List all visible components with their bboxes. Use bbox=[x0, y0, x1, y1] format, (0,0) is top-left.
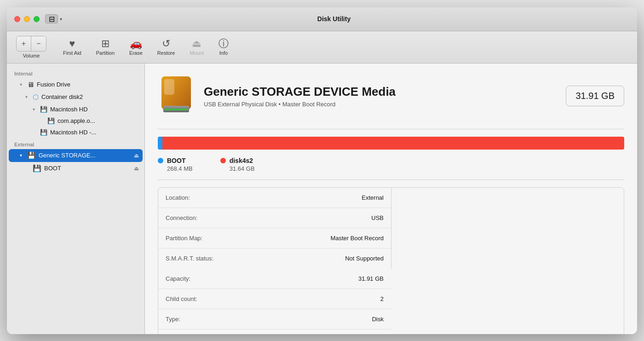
device-header: Generic STORAGE DEVICE Media USB Externa… bbox=[158, 75, 624, 118]
device-info: Generic STORAGE DEVICE Media USB Externa… bbox=[204, 85, 557, 108]
add-volume-button[interactable]: + bbox=[17, 36, 31, 51]
connection-value: USB bbox=[371, 214, 384, 221]
svg-rect-2 bbox=[164, 79, 174, 95]
partition-bar bbox=[158, 137, 624, 150]
sidebar-item-label: Fusion Drive bbox=[37, 81, 70, 88]
info-table: Location: External Connection: USB Parti… bbox=[158, 187, 624, 334]
disk-icon: 💾 bbox=[40, 129, 47, 136]
disk-icon: 💾 bbox=[33, 164, 41, 173]
detail-panel: Generic STORAGE DEVICE Media USB Externa… bbox=[145, 64, 637, 334]
disk4s2-size: 31.64 GB bbox=[230, 165, 255, 172]
connection-label: Connection: bbox=[166, 214, 371, 221]
disk4s2-dot bbox=[220, 158, 226, 163]
sidebar-item-label: com.apple.o... bbox=[58, 117, 95, 124]
disk-icon: 💾 bbox=[40, 106, 47, 113]
sidebar-item-com-apple[interactable]: ▾ 💾 com.apple.o... bbox=[9, 115, 143, 127]
sidebar-item-macintosh-hd[interactable]: ▾ 💾 Macintosh HD bbox=[9, 104, 143, 115]
type-label: Type: bbox=[166, 316, 372, 323]
erase-label: Erase bbox=[129, 50, 143, 56]
partition-button[interactable]: ⊞ Partition bbox=[92, 37, 118, 58]
info-row-capacity: Capacity: 31.91 GB bbox=[158, 269, 391, 289]
location-label: Location: bbox=[166, 194, 362, 201]
sidebar-item-generic-storage[interactable]: ▾ 💾 Generic STORAGE... ⏏ bbox=[9, 149, 143, 162]
close-button[interactable] bbox=[14, 16, 20, 22]
erase-button[interactable]: 🚗 Erase bbox=[126, 37, 146, 58]
container-icon: ⬡ bbox=[33, 93, 39, 101]
smart-value: Not Supported bbox=[345, 255, 384, 262]
device-size-badge: 31.91 GB bbox=[566, 86, 624, 106]
remove-volume-button[interactable]: − bbox=[31, 36, 46, 51]
external-section-label: External bbox=[7, 138, 144, 149]
first-aid-label: First Aid bbox=[63, 50, 81, 56]
info-col-left: Location: External Connection: USB Parti… bbox=[158, 188, 391, 269]
boot-name: BOOT bbox=[167, 157, 185, 164]
sidebar-item-fusion-drive[interactable]: ▾ 🖥 Fusion Drive bbox=[9, 78, 143, 91]
sidebar-item-label: Macintosh HD -... bbox=[50, 129, 96, 136]
internal-section-label: Internal bbox=[7, 67, 144, 78]
mount-button[interactable]: ⏏ Mount bbox=[186, 37, 207, 58]
info-row-child-count: Child count: 2 bbox=[158, 289, 391, 309]
main-window: ⊟ ▾ Disk Utility + − Volume ♥ First Aid … bbox=[7, 7, 637, 334]
capacity-label: Capacity: bbox=[166, 275, 358, 282]
main-content: Internal ▾ 🖥 Fusion Drive ▾ ⬡ Container … bbox=[7, 64, 637, 334]
svg-rect-5 bbox=[164, 109, 188, 110]
info-row-smart: S.M.A.R.T. status: Not Supported bbox=[158, 249, 391, 269]
info-row-device: Device: disk4 bbox=[158, 329, 391, 334]
legend-boot: BOOT 268.4 MB bbox=[158, 157, 193, 172]
restore-label: Restore bbox=[157, 50, 175, 56]
info-row-location: Location: External bbox=[158, 188, 391, 208]
info-label: Info bbox=[219, 50, 228, 56]
minimize-button[interactable] bbox=[24, 16, 30, 22]
child-count-value: 2 bbox=[380, 295, 384, 302]
boot-segment bbox=[158, 137, 162, 150]
sidebar-item-label: Macintosh HD bbox=[50, 106, 88, 113]
volume-controls: + − bbox=[16, 36, 46, 52]
partition-map-value: Master Boot Record bbox=[330, 235, 384, 242]
location-value: External bbox=[362, 194, 384, 201]
chevron-icon: ▾ bbox=[20, 153, 25, 158]
toolbar: + − Volume ♥ First Aid ⊞ Partition 🚗 Era… bbox=[7, 31, 637, 64]
disk-icon: 💾 bbox=[47, 117, 55, 124]
divider-1 bbox=[158, 129, 624, 129]
info-button[interactable]: ⓘ Info bbox=[215, 37, 232, 58]
capacity-value: 31.91 GB bbox=[358, 275, 384, 282]
sidebar-item-label: Container disk2 bbox=[41, 93, 83, 100]
mount-label: Mount bbox=[190, 50, 204, 56]
device-subtitle: USB External Physical Disk • Master Boot… bbox=[204, 101, 557, 108]
sidebar-item-boot[interactable]: ▾ 💾 BOOT ⏏ bbox=[9, 162, 143, 175]
chevron-icon: ▾ bbox=[25, 94, 31, 99]
sidebar-item-label: BOOT bbox=[44, 165, 134, 172]
mount-icon: ⏏ bbox=[192, 39, 201, 49]
restore-icon: ↺ bbox=[162, 39, 170, 49]
child-count-label: Child count: bbox=[166, 295, 380, 302]
disk4s2-name: disk4s2 bbox=[230, 157, 253, 164]
erase-icon: 🚗 bbox=[130, 39, 142, 49]
legend-boot-header: BOOT bbox=[158, 157, 193, 164]
window-title: Disk Utility bbox=[38, 15, 630, 23]
legend-disk4s2: disk4s2 31.64 GB bbox=[220, 157, 255, 172]
volume-label: Volume bbox=[23, 53, 40, 58]
device-name: Generic STORAGE DEVICE Media bbox=[204, 85, 557, 99]
partition-icon: ⊞ bbox=[101, 39, 109, 49]
sidebar-item-label: Generic STORAGE... bbox=[39, 152, 134, 159]
info-icon: ⓘ bbox=[218, 39, 229, 49]
traffic-lights bbox=[14, 16, 40, 22]
sidebar: Internal ▾ 🖥 Fusion Drive ▾ ⬡ Container … bbox=[7, 64, 145, 334]
info-col-right: Capacity: 31.91 GB Child count: 2 Type: … bbox=[158, 269, 391, 334]
type-value: Disk bbox=[372, 316, 384, 323]
sidebar-item-macintosh-hd-data[interactable]: ▾ 💾 Macintosh HD -... bbox=[9, 127, 143, 138]
info-row-type: Type: Disk bbox=[158, 309, 391, 329]
first-aid-button[interactable]: ♥ First Aid bbox=[59, 37, 85, 58]
smart-label: S.M.A.R.T. status: bbox=[166, 255, 345, 262]
restore-button[interactable]: ↺ Restore bbox=[154, 37, 179, 58]
chevron-icon: ▾ bbox=[33, 107, 38, 112]
eject-icon: ⏏ bbox=[134, 165, 139, 172]
first-aid-icon: ♥ bbox=[69, 39, 75, 49]
chevron-icon: ▾ bbox=[20, 82, 25, 87]
boot-dot bbox=[158, 158, 163, 163]
divider-2 bbox=[158, 179, 624, 180]
sidebar-item-container-disk2[interactable]: ▾ ⬡ Container disk2 bbox=[9, 91, 143, 104]
eject-icon: ⏏ bbox=[134, 152, 139, 159]
legend-disk4s2-header: disk4s2 bbox=[220, 157, 255, 164]
disk-icon: 💾 bbox=[27, 151, 36, 160]
